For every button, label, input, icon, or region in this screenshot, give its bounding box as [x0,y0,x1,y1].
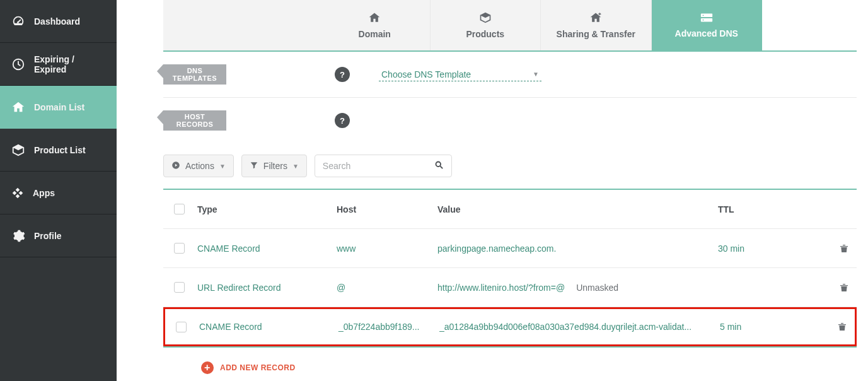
tabs: Domain Products Sharing & Transfer Advan… [163,0,857,52]
table-row[interactable]: CNAME Record www parkingpage.namecheap.c… [163,229,857,268]
dns-template-select[interactable]: Choose DNS Template ▼ [379,68,541,81]
chevron-down-icon: ▼ [292,163,299,170]
records-toolbar: Actions ▼ Filters ▼ [163,143,857,189]
sidebar-item-expiring[interactable]: Expiring / Expired [0,43,117,86]
cell-type: CNAME Record [195,243,337,254]
sidebar-item-product-list[interactable]: Product List [0,129,117,172]
col-type: Type [195,204,337,214]
tab-domain[interactable]: Domain [320,0,431,50]
table-row-highlighted[interactable]: CNAME Record _0b7f224abb9f189... _a01284… [163,307,857,346]
add-new-record-button[interactable]: + ADD NEW RECORD [163,348,857,381]
box-icon [11,143,25,157]
add-record-label: ADD NEW RECORD [220,363,296,372]
col-host: Host [337,204,437,214]
filters-button[interactable]: Filters ▼ [241,155,307,177]
cell-type: CNAME Record [197,322,339,332]
trash-icon[interactable] [839,282,849,293]
chevron-down-icon: ▼ [533,71,539,78]
tab-label: Domain [359,29,391,39]
server-icon [700,12,714,23]
transfer-icon [589,11,603,24]
cell-value: parkingpage.namecheap.com. [437,243,718,254]
tab-spacer [163,0,320,50]
cell-host: @ [337,283,437,293]
row-checkbox[interactable] [174,282,185,293]
tab-label: Sharing & Transfer [557,29,635,39]
grid-icon [11,187,24,199]
sidebar-item-label: Dashboard [34,16,80,26]
svg-line-7 [440,166,443,168]
actions-button[interactable]: Actions ▼ [163,155,234,177]
home-icon [368,11,381,24]
table-header-row: Type Host Value TTL [163,190,857,229]
filter-icon [250,161,258,172]
search-input[interactable] [323,161,434,171]
trash-icon[interactable] [839,243,849,254]
sidebar: Dashboard Expiring / Expired Domain List… [0,0,117,381]
row-checkbox[interactable] [174,243,185,254]
sidebar-item-label: Apps [33,188,55,198]
tab-label: Products [466,29,504,39]
sidebar-item-label: Product List [34,145,86,155]
search-icon[interactable] [434,160,444,172]
help-icon[interactable]: ? [335,67,350,82]
host-records-row: HOST RECORDS ? [163,98,857,143]
sidebar-item-label: Expiring / Expired [34,54,105,74]
cell-value: http://www.liteniro.host/?from=@ Unmaske… [437,283,718,293]
tab-advanced-dns[interactable]: Advanced DNS [652,0,763,50]
sidebar-item-dashboard[interactable]: Dashboard [0,0,117,43]
svg-point-3 [702,15,703,16]
actions-label: Actions [185,161,214,171]
tab-label: Advanced DNS [675,28,738,38]
sidebar-item-label: Profile [34,231,62,241]
cell-ttl: 5 min [720,322,827,332]
cell-value: _a01284a9bb94d006ef08a030a37ed984.duyqri… [439,322,720,332]
tab-sharing-transfer[interactable]: Sharing & Transfer [541,0,652,50]
row-checkbox[interactable] [176,322,187,332]
tab-spacer-right [762,0,857,50]
svg-point-6 [436,162,441,167]
gauge-icon [11,15,25,28]
cell-type: URL Redirect Record [195,283,337,293]
records-table: Type Host Value TTL CNAME Record www par… [163,189,857,348]
sidebar-item-label: Domain List [34,102,84,112]
host-records-label: HOST RECORDS [163,110,226,131]
svg-point-4 [702,20,703,21]
cell-host: _0b7f224abb9f189... [339,322,439,332]
tab-products[interactable]: Products [431,0,541,50]
home-icon [11,100,25,114]
main-content: Domain Products Sharing & Transfer Advan… [117,0,868,381]
chevron-down-icon: ▼ [219,163,226,170]
template-select-text: Choose DNS Template [381,69,471,79]
dns-templates-row: DNS TEMPLATES ? Choose DNS Template ▼ [163,52,857,98]
trash-icon[interactable] [837,321,847,332]
table-row[interactable]: URL Redirect Record @ http://www.litenir… [163,268,857,307]
gear-icon [11,229,25,243]
filters-label: Filters [263,161,287,171]
col-ttl: TTL [718,204,825,214]
cell-ttl: 30 min [718,243,825,254]
plus-icon: + [201,361,214,374]
col-value: Value [437,204,718,214]
help-icon[interactable]: ? [335,113,350,128]
box-icon [479,11,492,24]
sidebar-item-apps[interactable]: Apps [0,172,117,214]
clock-icon [11,57,25,71]
search-field[interactable] [315,155,452,177]
select-all-checkbox[interactable] [174,204,185,214]
cell-host: www [337,243,437,254]
play-icon [171,161,180,172]
sidebar-item-profile[interactable]: Profile [0,214,117,257]
sidebar-item-domain-list[interactable]: Domain List [0,86,117,129]
dns-templates-label: DNS TEMPLATES [163,64,226,85]
